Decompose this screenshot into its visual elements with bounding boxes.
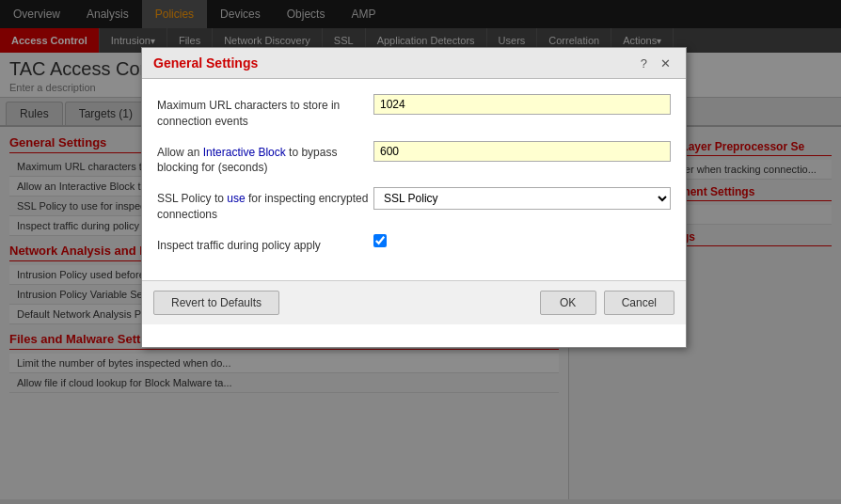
modal-close-button[interactable]: ✕ [657,56,674,71]
form-row-max-url: Maximum URL characters to store in conne… [157,94,671,130]
form-label-max-url: Maximum URL characters to store in conne… [157,94,373,130]
modal-header: General Settings ? ✕ [142,48,686,79]
form-input-ssl-policy: SSL Policy None [373,187,671,210]
cancel-button[interactable]: Cancel [604,291,674,315]
form-label-inspect: Inspect traffic during policy apply [157,234,373,254]
form-row-ssl-policy: SSL Policy to use for inspecting encrypt… [157,187,671,223]
select-ssl-policy[interactable]: SSL Policy None [373,187,671,210]
ok-button[interactable]: OK [540,291,596,315]
form-row-block: Allow an Interactive Block to bypass blo… [157,141,671,177]
form-input-block [373,141,671,162]
modal-title: General Settings [153,55,258,71]
checkbox-inspect[interactable] [373,234,387,247]
form-input-max-url [373,94,671,115]
modal-footer: Revert to Defaults OK Cancel [142,280,686,324]
modal-help-button[interactable]: ? [637,56,651,71]
input-block[interactable] [373,141,671,162]
form-label-block: Allow an Interactive Block to bypass blo… [157,141,373,177]
form-input-inspect [373,234,671,250]
modal-overlay: General Settings ? ✕ Maximum URL charact… [0,0,841,504]
modal-body: Maximum URL characters to store in conne… [142,79,686,280]
form-row-inspect: Inspect traffic during policy apply [157,234,671,254]
revert-defaults-button[interactable]: Revert to Defaults [153,291,279,315]
modal: General Settings ? ✕ Maximum URL charact… [141,47,687,348]
input-max-url[interactable] [373,94,671,115]
form-label-ssl-policy: SSL Policy to use for inspecting encrypt… [157,187,373,223]
modal-controls: ? ✕ [637,56,674,71]
